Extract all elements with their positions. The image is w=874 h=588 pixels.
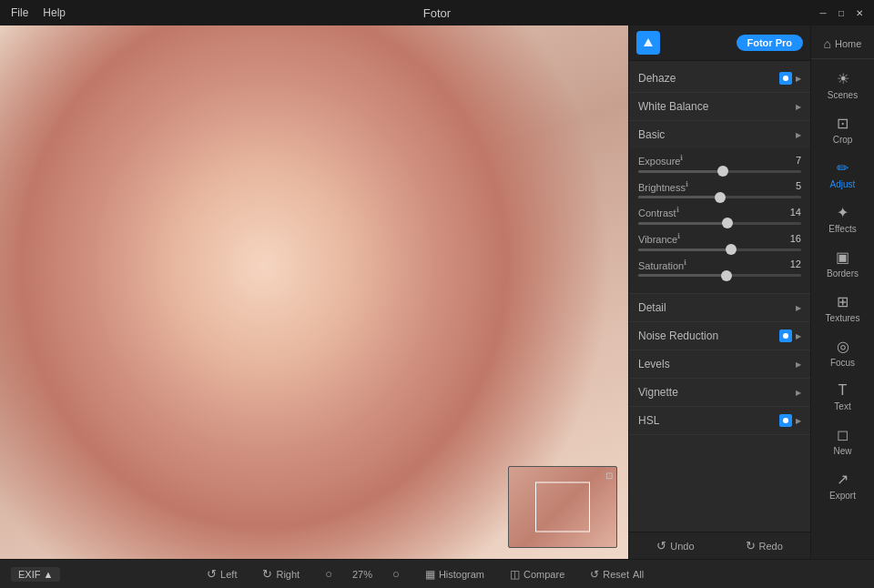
- adj-arrow-white_balance: ▶: [796, 103, 801, 111]
- tool-label-textures: Textures: [826, 313, 860, 323]
- tool-crop[interactable]: ⊡Crop: [811, 107, 874, 152]
- slider-row-exposure: Exposureℹ7: [638, 154, 801, 167]
- slider-value-vibrance: 16: [779, 233, 801, 244]
- slider-track-contrast: [638, 222, 801, 225]
- slider-track-brightness: [638, 196, 801, 198]
- rotate-left-button[interactable]: ↺ Left: [201, 565, 242, 583]
- reset-button[interactable]: ↺ Reset All: [584, 566, 649, 583]
- slider-fill-brightness: [638, 196, 720, 198]
- home-label: Home: [835, 38, 861, 49]
- tool-icon-focus: ◎: [837, 338, 849, 355]
- thumbnail-expand-icon[interactable]: ⊡: [605, 471, 613, 481]
- adj-arrow-vignette: ▶: [796, 389, 801, 397]
- compare-label: Compare: [523, 569, 564, 580]
- tool-icon-textures: ⊞: [837, 293, 849, 310]
- exif-button[interactable]: EXIF ▲: [11, 567, 60, 582]
- slider-container-brightness[interactable]: [638, 196, 801, 198]
- slider-label-contrast: Contrastℹ: [638, 206, 679, 218]
- tool-textures[interactable]: ⊞Textures: [811, 286, 874, 330]
- tool-effects[interactable]: ✦Effects: [811, 197, 874, 241]
- maximize-button[interactable]: □: [834, 5, 849, 20]
- adj-badge-dehaze: [779, 72, 792, 85]
- tool-new[interactable]: ◻New: [811, 419, 874, 463]
- adj-section-levels: Levels▶: [629, 350, 810, 379]
- compare-button[interactable]: ◫ Compare: [504, 566, 570, 583]
- panel-header: Fotor Pro: [629, 25, 810, 61]
- adj-content-basic: Exposureℹ7Brightnessℹ5Contrastℹ14Vibranc…: [629, 148, 810, 293]
- adj-section-vignette: Vignette▶: [629, 379, 810, 407]
- adj-header-noise_reduction[interactable]: Noise Reduction▶: [629, 322, 810, 350]
- exif-arrow-icon: ▲: [43, 569, 53, 580]
- adj-arrow-detail: ▶: [796, 304, 801, 312]
- adjustments-list: Dehaze▶White Balance▶Basic▶Exposureℹ7Bri…: [629, 61, 810, 532]
- tool-icon-new: ◻: [837, 426, 849, 443]
- left-label: Left: [220, 569, 237, 580]
- tool-label-effects: Effects: [828, 224, 856, 234]
- adj-label-vignette: Vignette: [638, 386, 678, 399]
- adj-label-dehaze: Dehaze: [638, 72, 676, 85]
- adj-section-hsl: HSL▶: [629, 407, 810, 435]
- tool-label-export: Export: [829, 491, 856, 501]
- adj-header-dehaze[interactable]: Dehaze▶: [629, 65, 810, 92]
- histogram-button[interactable]: ▦ Histogram: [420, 566, 490, 583]
- slider-thumb-brightness[interactable]: [715, 192, 726, 203]
- tool-focus[interactable]: ◎Focus: [811, 330, 874, 375]
- tool-adjust[interactable]: ✏Adjust: [811, 152, 874, 197]
- zoom-out-button[interactable]: ○: [320, 565, 338, 583]
- rotate-right-button[interactable]: ↻ Right: [257, 565, 305, 583]
- slider-container-contrast[interactable]: [638, 222, 801, 225]
- slider-track-vibrance: [638, 248, 801, 251]
- tool-text[interactable]: TText: [811, 375, 874, 419]
- adj-header-hsl[interactable]: HSL▶: [629, 407, 810, 434]
- close-button[interactable]: ✕: [852, 5, 867, 20]
- slider-container-exposure[interactable]: [638, 170, 801, 173]
- histogram-label: Histogram: [439, 569, 484, 580]
- adj-label-basic: Basic: [638, 128, 665, 141]
- slider-container-vibrance[interactable]: [638, 248, 801, 251]
- tool-export[interactable]: ↗Export: [811, 463, 874, 508]
- redo-button[interactable]: ↻ Redo: [738, 536, 790, 555]
- minimize-button[interactable]: ─: [816, 5, 830, 20]
- redo-label: Redo: [759, 541, 783, 552]
- adj-header-white_balance[interactable]: White Balance▶: [629, 93, 810, 120]
- slider-thumb-exposure[interactable]: [717, 166, 728, 177]
- tool-borders[interactable]: ▣Borders: [811, 241, 874, 286]
- menu-file[interactable]: File: [7, 5, 32, 21]
- tool-label-focus: Focus: [830, 358, 855, 368]
- tool-label-text: Text: [834, 401, 850, 411]
- slider-thumb-vibrance[interactable]: [726, 244, 737, 255]
- adj-header-vignette[interactable]: Vignette▶: [629, 379, 810, 406]
- adj-arrow-hsl: ▶: [796, 417, 801, 425]
- adj-header-right-dehaze: ▶: [779, 72, 801, 85]
- home-button[interactable]: ⌂ Home: [811, 29, 874, 59]
- adj-header-detail[interactable]: Detail▶: [629, 294, 810, 321]
- adj-badge-hsl: [779, 414, 792, 427]
- slider-fill-saturation: [638, 274, 727, 277]
- slider-thumb-contrast[interactable]: [722, 218, 733, 228]
- right-label: Right: [276, 569, 300, 580]
- slider-thumb-saturation[interactable]: [721, 270, 732, 281]
- canvas-area: ⊡: [0, 25, 628, 559]
- adj-header-right-vignette: ▶: [796, 389, 801, 397]
- tool-items: ☀Scenes⊡Crop✏Adjust✦Effects▣Borders⊞Text…: [811, 63, 874, 508]
- slider-label-exposure: Exposureℹ: [638, 154, 683, 167]
- menu-help[interactable]: Help: [39, 5, 69, 21]
- undo-button[interactable]: ↺ Undo: [649, 536, 701, 555]
- slider-row-saturation: Saturationℹ12: [638, 259, 801, 271]
- adj-section-white_balance: White Balance▶: [629, 93, 810, 121]
- adj-header-right-levels: ▶: [796, 360, 801, 369]
- menu-area: File Help: [7, 5, 69, 21]
- adj-header-basic[interactable]: Basic▶: [629, 121, 810, 148]
- slider-value-saturation: 12: [779, 259, 801, 269]
- zoom-in-button[interactable]: ○: [387, 565, 405, 583]
- zoom-in-icon: ○: [392, 567, 400, 581]
- tool-sidebar: ⌂ Home ☀Scenes⊡Crop✏Adjust✦Effects▣Borde…: [810, 25, 874, 559]
- histogram-icon: ▦: [425, 568, 435, 581]
- tool-icon-scenes: ☀: [837, 70, 849, 87]
- fotor-pro-button[interactable]: Fotor Pro: [737, 35, 804, 51]
- rotate-right-icon: ↻: [262, 567, 272, 581]
- adj-header-levels[interactable]: Levels▶: [629, 350, 810, 378]
- slider-value-contrast: 14: [779, 207, 801, 218]
- slider-container-saturation[interactable]: [638, 274, 801, 277]
- tool-scenes[interactable]: ☀Scenes: [811, 63, 874, 107]
